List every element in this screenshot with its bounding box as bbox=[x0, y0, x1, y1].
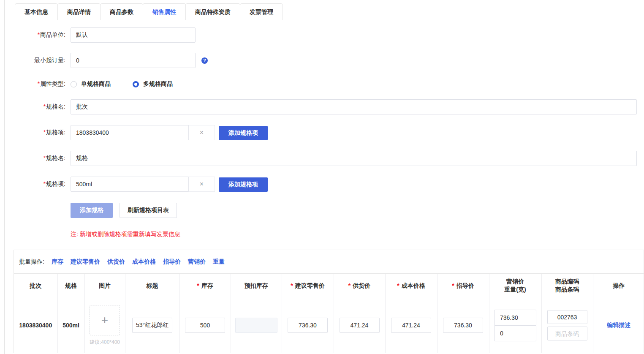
required-marker: * bbox=[43, 129, 46, 136]
sku-batch-value: 1803830400 bbox=[14, 298, 57, 353]
batch-link-weight[interactable]: 重量 bbox=[213, 258, 225, 266]
col-cost-price: * 成本价格 bbox=[385, 274, 437, 298]
sku-marketing-price-input[interactable] bbox=[494, 310, 536, 326]
col-suggested-retail-price: * 建议零售价 bbox=[282, 274, 334, 298]
radio-single-spec-label: 单规格商品 bbox=[81, 80, 111, 88]
sku-title-input[interactable] bbox=[132, 318, 172, 333]
sku-code-barcode-cell bbox=[541, 298, 593, 353]
col-title: 标题 bbox=[125, 274, 179, 298]
page-left-border bbox=[4, 0, 5, 354]
add-spec-item-button-2[interactable]: 添加规格项 bbox=[219, 177, 268, 192]
spec-name-input-2[interactable] bbox=[71, 151, 637, 166]
batch-link-suggested-retail-price[interactable]: 建议零售价 bbox=[71, 258, 100, 266]
required-marker: * bbox=[348, 282, 351, 289]
sku-weight-input[interactable] bbox=[494, 325, 536, 341]
required-marker: * bbox=[43, 155, 46, 161]
batch-link-guide-price[interactable]: 指导价 bbox=[163, 258, 181, 266]
required-marker: * bbox=[452, 282, 454, 289]
batch-operations-label: 批量操作: bbox=[19, 258, 44, 266]
sku-withheld-stock-input bbox=[235, 318, 277, 333]
sku-suggested-retail-price-cell bbox=[282, 298, 334, 353]
col-guide-price: * 指导价 bbox=[437, 274, 489, 298]
col-batch: 批次 bbox=[14, 274, 57, 298]
sku-panel: 批量操作: 库存 建议零售价 供货价 成本价格 指导价 营销价 重量 批次 规格… bbox=[14, 250, 644, 353]
sku-cost-price-input[interactable] bbox=[391, 318, 431, 333]
sku-guide-price-input[interactable] bbox=[443, 318, 483, 333]
sku-withheld-stock-cell bbox=[231, 298, 282, 353]
spec-name-label: *规格名: bbox=[13, 103, 65, 111]
batch-link-supply-price[interactable]: 供货价 bbox=[107, 258, 125, 266]
sku-action-cell: 编辑描述 bbox=[593, 298, 644, 353]
tab-basic-info[interactable]: 基本信息 bbox=[15, 3, 58, 20]
spec-name-input-1[interactable] bbox=[71, 99, 637, 114]
col-product-code-barcode: 商品编码商品条码 bbox=[541, 274, 593, 298]
spec-item-input-2[interactable] bbox=[71, 177, 189, 192]
tab-sales-attributes[interactable]: 销售属性 bbox=[143, 3, 186, 20]
col-stock: * 库存 bbox=[179, 274, 231, 298]
sku-supply-price-cell bbox=[334, 298, 385, 353]
col-withheld-stock: 预扣库存 bbox=[231, 274, 282, 298]
attr-type-radio-group: 单规格商品 多规格商品 bbox=[71, 80, 173, 88]
radio-single-spec[interactable]: 单规格商品 bbox=[71, 80, 111, 88]
tab-product-detail[interactable]: 商品详情 bbox=[57, 3, 101, 20]
required-marker: * bbox=[43, 180, 46, 187]
required-marker: * bbox=[38, 31, 40, 38]
tab-special-qualification[interactable]: 商品特殊资质 bbox=[185, 3, 240, 20]
radio-circle-icon bbox=[71, 81, 77, 87]
required-marker: * bbox=[291, 282, 293, 289]
attr-type-row: *属性类型: 单规格商品 多规格商品 bbox=[13, 80, 644, 88]
spec-item-group-1: × bbox=[71, 125, 215, 140]
min-order-label: 最小起订量: bbox=[13, 57, 65, 64]
refresh-spec-table-button[interactable]: 刷新规格项目表 bbox=[120, 203, 177, 218]
help-icon[interactable]: ? bbox=[201, 57, 208, 64]
sku-cost-price-cell bbox=[385, 298, 437, 353]
spec-name-row-2: *规格名: bbox=[13, 151, 644, 166]
required-marker: * bbox=[197, 282, 199, 289]
tab-bar: 基本信息 商品详情 商品参数 销售属性 商品特殊资质 发票管理 bbox=[13, 3, 644, 20]
batch-link-stock[interactable]: 库存 bbox=[52, 258, 63, 266]
min-order-row: 最小起订量: ? bbox=[13, 53, 644, 68]
spec-name-row-1: *规格名: bbox=[13, 99, 644, 114]
col-action: 操作 bbox=[593, 274, 644, 298]
sku-marketing-weight-cell bbox=[489, 298, 541, 353]
close-icon: × bbox=[200, 129, 204, 136]
sku-supply-price-input[interactable] bbox=[340, 318, 380, 333]
sku-barcode-input[interactable] bbox=[547, 327, 587, 340]
sku-guide-price-cell bbox=[437, 298, 489, 353]
min-order-input[interactable] bbox=[71, 53, 196, 68]
sku-stock-input[interactable] bbox=[185, 318, 225, 333]
batch-link-cost-price[interactable]: 成本价格 bbox=[132, 258, 156, 266]
spec-item-label: *规格项: bbox=[13, 129, 65, 136]
remove-spec-item-button-2[interactable]: × bbox=[188, 177, 215, 192]
unit-input[interactable] bbox=[71, 27, 196, 43]
sku-product-code-input[interactable] bbox=[547, 310, 587, 324]
close-icon: × bbox=[200, 180, 204, 188]
radio-multi-spec-label: 多规格商品 bbox=[143, 80, 173, 88]
image-size-hint: 建议:400*400 bbox=[90, 339, 120, 346]
required-marker: * bbox=[38, 80, 40, 87]
batch-operations-bar: 批量操作: 库存 建议零售价 供货价 成本价格 指导价 营销价 重量 bbox=[14, 250, 644, 274]
spec-item-input-1[interactable] bbox=[71, 125, 189, 140]
plus-icon: + bbox=[101, 313, 108, 327]
tab-product-params[interactable]: 商品参数 bbox=[100, 3, 143, 20]
required-marker: * bbox=[397, 282, 399, 289]
batch-link-marketing-price[interactable]: 营销价 bbox=[188, 258, 206, 266]
sku-spec-value: 500ml bbox=[57, 298, 84, 353]
add-spec-item-button-1[interactable]: 添加规格项 bbox=[219, 126, 268, 140]
spec-item-row-2: *规格项: × 添加规格项 bbox=[13, 177, 644, 192]
sku-table: 批次 规格 图片 标题 * 库存 预扣库存 * 建议零售价 * 供货价 * 成本… bbox=[14, 274, 644, 353]
sku-row: 1803830400 500ml + 建议:400*400 bbox=[14, 298, 644, 353]
spec-item-group-2: × bbox=[71, 177, 215, 192]
radio-selected-icon bbox=[133, 81, 139, 87]
edit-description-link[interactable]: 编辑描述 bbox=[607, 321, 630, 328]
image-upload-button[interactable]: + bbox=[90, 305, 120, 335]
remove-spec-item-button-1[interactable]: × bbox=[188, 125, 215, 140]
sku-suggested-retail-price-input[interactable] bbox=[288, 318, 328, 333]
add-spec-button[interactable]: 添加规格 bbox=[71, 203, 113, 218]
unit-row: *商品单位: bbox=[13, 27, 644, 43]
col-image: 图片 bbox=[84, 274, 125, 298]
radio-multi-spec[interactable]: 多规格商品 bbox=[133, 80, 173, 88]
sku-image-cell: + 建议:400*400 bbox=[84, 298, 125, 353]
tab-invoice-management[interactable]: 发票管理 bbox=[240, 3, 283, 20]
spec-buttons-row: 添加规格 刷新规格项目表 bbox=[13, 203, 644, 218]
